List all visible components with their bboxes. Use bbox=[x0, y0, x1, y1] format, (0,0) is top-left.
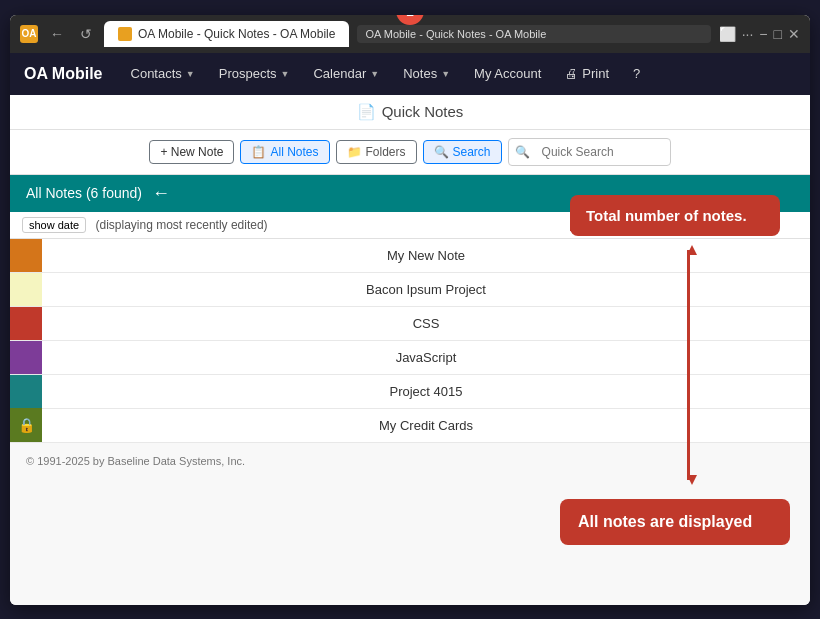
browser-tab[interactable]: OA Mobile - Quick Notes - OA Mobile bbox=[104, 21, 349, 47]
note-color-4 bbox=[10, 341, 42, 374]
quick-search-icon: 🔍 bbox=[515, 145, 530, 159]
maximize-button[interactable]: □ bbox=[774, 26, 782, 42]
nav-calendar[interactable]: Calendar ▼ bbox=[301, 53, 391, 95]
contacts-dropdown-arrow: ▼ bbox=[186, 69, 195, 79]
note-row-6[interactable]: 🔒 My Credit Cards bbox=[10, 409, 810, 443]
nav-help[interactable]: ? bbox=[621, 53, 652, 95]
page-title-icon: 📄 bbox=[357, 103, 376, 121]
callout-all-notes-text: All notes are displayed bbox=[578, 513, 752, 530]
notes-list: My New Note Bacon Ipsum Project CSS Java… bbox=[10, 239, 810, 443]
all-notes-icon: 📋 bbox=[251, 145, 266, 159]
tab-title: OA Mobile - Quick Notes - OA Mobile bbox=[138, 27, 335, 41]
toolbar: + New Note 📋 All Notes 📁 Folders 🔍 Searc… bbox=[10, 130, 810, 175]
note-color-2 bbox=[10, 273, 42, 306]
note-row-3[interactable]: CSS bbox=[10, 307, 810, 341]
nav-my-account[interactable]: My Account bbox=[462, 53, 553, 95]
folders-label: Folders bbox=[366, 145, 406, 159]
nav-prospects[interactable]: Prospects ▼ bbox=[207, 53, 302, 95]
browser-logo: OA bbox=[20, 25, 38, 43]
page-title: 📄 Quick Notes bbox=[10, 103, 810, 121]
minimize-button[interactable]: − bbox=[759, 26, 767, 42]
note-row-2[interactable]: Bacon Ipsum Project bbox=[10, 273, 810, 307]
quick-search-input[interactable] bbox=[534, 141, 664, 163]
note-title-4: JavaScript bbox=[42, 350, 810, 365]
page-title-text: Quick Notes bbox=[382, 103, 464, 120]
calendar-dropdown-arrow: ▼ bbox=[370, 69, 379, 79]
app-navbar: OA Mobile Contacts ▼ Prospects ▼ Calenda… bbox=[10, 53, 810, 95]
note-row-5[interactable]: Project 4015 bbox=[10, 375, 810, 409]
tab-icon bbox=[118, 27, 132, 41]
all-notes-header: All Notes (6 found) ← bbox=[10, 175, 810, 212]
callout-all-notes: All notes are displayed bbox=[560, 499, 790, 545]
browser-window: OA ← ↺ OA Mobile - Quick Notes - OA Mobi… bbox=[10, 15, 810, 605]
show-date-button[interactable]: show date bbox=[22, 217, 86, 233]
page-content: 📄 Quick Notes + New Note 📋 All Notes 📁 F… bbox=[10, 95, 810, 605]
search-label: Search bbox=[453, 145, 491, 159]
note-title-1: My New Note bbox=[42, 248, 810, 263]
notification-badge: 1 bbox=[396, 15, 424, 25]
folders-icon: 📁 bbox=[347, 145, 362, 159]
new-note-button[interactable]: + New Note bbox=[149, 140, 234, 164]
nav-contacts[interactable]: Contacts ▼ bbox=[119, 53, 207, 95]
note-title-6: My Credit Cards bbox=[42, 418, 810, 433]
notes-dropdown-arrow: ▼ bbox=[441, 69, 450, 79]
nav-print[interactable]: 🖨 Print bbox=[553, 53, 621, 95]
page-title-bar: 📄 Quick Notes bbox=[10, 95, 810, 130]
browser-controls: ⬜ ··· − □ ✕ bbox=[719, 26, 800, 42]
note-color-3 bbox=[10, 307, 42, 340]
arrow-right-icon: ← bbox=[152, 183, 170, 204]
lock-icon-6: 🔒 bbox=[10, 408, 42, 442]
print-icon: 🖨 bbox=[565, 66, 578, 81]
note-row-4[interactable]: JavaScript bbox=[10, 341, 810, 375]
screenshot-button[interactable]: ⬜ bbox=[719, 26, 736, 42]
close-button[interactable]: ✕ bbox=[788, 26, 800, 42]
nav-notes[interactable]: Notes ▼ bbox=[391, 53, 462, 95]
show-date-row: show date (displaying most recently edit… bbox=[10, 212, 810, 239]
displaying-text: (displaying most recently edited) bbox=[96, 218, 268, 232]
search-button[interactable]: 🔍 Search bbox=[423, 140, 502, 164]
address-bar[interactable]: OA Mobile - Quick Notes - OA Mobile bbox=[357, 25, 710, 43]
all-notes-label: All Notes bbox=[270, 145, 318, 159]
note-color-1 bbox=[10, 239, 42, 272]
app-brand: OA Mobile bbox=[24, 65, 103, 83]
all-notes-count: All Notes (6 found) bbox=[26, 185, 142, 201]
note-title-5: Project 4015 bbox=[42, 384, 810, 399]
back-button[interactable]: ← bbox=[46, 24, 68, 44]
note-title-2: Bacon Ipsum Project bbox=[42, 282, 810, 297]
footer: © 1991-2025 by Baseline Data Systems, In… bbox=[10, 443, 810, 479]
note-row-1[interactable]: My New Note bbox=[10, 239, 810, 273]
prospects-dropdown-arrow: ▼ bbox=[281, 69, 290, 79]
browser-chrome: OA ← ↺ OA Mobile - Quick Notes - OA Mobi… bbox=[10, 15, 810, 53]
refresh-button[interactable]: ↺ bbox=[76, 24, 96, 44]
search-icon: 🔍 bbox=[434, 145, 449, 159]
note-color-5 bbox=[10, 375, 42, 408]
all-notes-button[interactable]: 📋 All Notes bbox=[240, 140, 329, 164]
more-button[interactable]: ··· bbox=[742, 26, 754, 42]
folders-button[interactable]: 📁 Folders bbox=[336, 140, 417, 164]
note-title-3: CSS bbox=[42, 316, 810, 331]
